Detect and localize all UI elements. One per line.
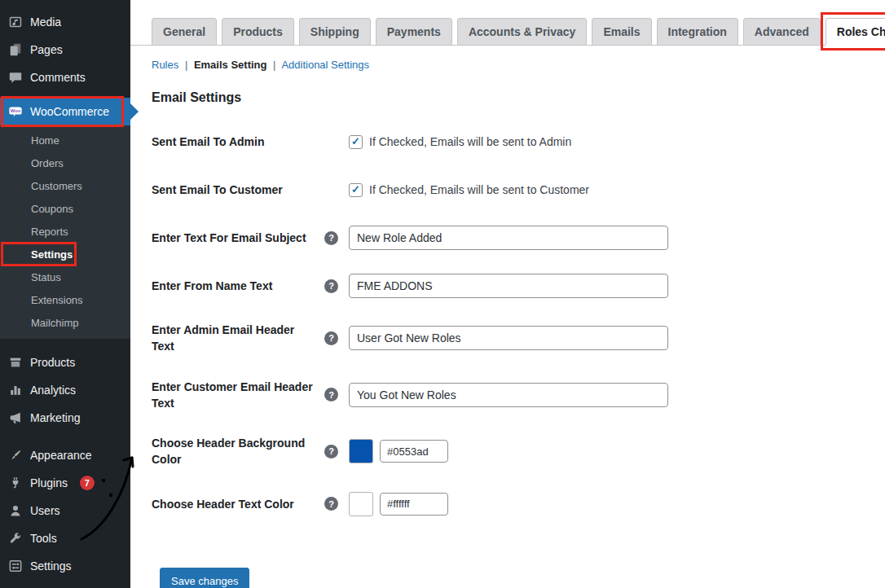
field-label: Enter From Name Text [152, 278, 324, 294]
from-name-input[interactable] [349, 274, 668, 298]
submenu-item-status[interactable]: Status [0, 265, 130, 288]
help-icon[interactable] [324, 497, 338, 511]
header-bg-color-swatch[interactable] [349, 439, 373, 463]
tab-accounts-privacy[interactable]: Accounts & Privacy [457, 18, 588, 46]
tab-label: Integration [668, 25, 727, 38]
submenu-item-coupons[interactable]: Coupons [0, 197, 130, 220]
sidebar-item-label: WooCommerce [30, 105, 109, 118]
submenu-item-settings[interactable]: Settings [0, 243, 130, 265]
sidebar-item-comments[interactable]: Comments [0, 64, 130, 91]
tab-label: Products [233, 25, 283, 38]
submenu-label: Settings [31, 248, 73, 261]
field [346, 274, 885, 298]
help-icon[interactable] [324, 331, 338, 345]
subnav-link-rules[interactable]: Rules [152, 59, 178, 71]
header-text-color-swatch[interactable] [349, 492, 373, 516]
comments-icon [8, 70, 23, 85]
submenu-item-mailchimp[interactable]: Mailchimp [0, 311, 130, 334]
email-subject-input[interactable] [349, 226, 668, 250]
sidebar-item-label: Appearance [30, 449, 92, 462]
sidebar-item-label: Plugins [30, 476, 68, 489]
field-label: Choose Header Text Color [152, 496, 324, 512]
help-icon[interactable] [324, 445, 338, 459]
field [346, 226, 885, 250]
tab-shipping[interactable]: Shipping [299, 18, 371, 46]
field [346, 383, 885, 407]
sidebar-item-products[interactable]: Products [0, 349, 130, 376]
submenu-item-home[interactable]: Home [0, 129, 130, 151]
tools-icon [8, 531, 23, 546]
plugins-icon [8, 476, 23, 490]
tab-integration[interactable]: Integration [657, 18, 738, 46]
sidebar-item-analytics[interactable]: Analytics [0, 376, 130, 404]
help-icon[interactable] [324, 388, 338, 402]
submenu-item-reports[interactable]: Reports [0, 220, 130, 243]
customer-header-text-input[interactable] [349, 383, 668, 407]
subnav-current-emails-setting: Emails Setting [194, 59, 267, 71]
help-icon[interactable] [324, 231, 338, 245]
sidebar-item-label: Media [30, 15, 61, 29]
appearance-icon [8, 448, 23, 463]
header-text-color-input[interactable] [380, 493, 448, 516]
sidebar-item-tools[interactable]: Tools [0, 524, 130, 552]
form-row-sent-email-admin: Sent Email To Admin If Checked, Emails w… [152, 129, 885, 154]
page-title: Email Settings [152, 90, 864, 105]
submenu-label: Extensions [31, 294, 83, 306]
tab-advanced[interactable]: Advanced [743, 18, 821, 46]
woocommerce-icon: Woo [8, 104, 23, 119]
checkbox-description: If Checked, Emails will be sent to Admin [369, 135, 571, 148]
tab-payments[interactable]: Payments [376, 18, 452, 46]
sidebar-item-woocommerce[interactable]: Woo WooCommerce [0, 98, 130, 125]
header-bg-color-input[interactable] [380, 440, 448, 463]
svg-text:Woo: Woo [11, 108, 21, 113]
wordpress-admin-screen: Media Pages Comments Woo WooCommerce Hom… [0, 0, 885, 588]
sidebar-item-marketing[interactable]: Marketing [0, 404, 130, 432]
sidebar-item-plugins[interactable]: Plugins 7 [0, 469, 130, 497]
form-row-sent-email-customer: Sent Email To Customer If Checked, Email… [152, 178, 885, 202]
section-subnav: Rules | Emails Setting | Additional Sett… [152, 59, 864, 71]
sidebar-item-media[interactable]: Media [0, 8, 130, 36]
tab-label: Payments [387, 25, 441, 38]
submenu-label: Reports [31, 226, 68, 238]
admin-header-text-input[interactable] [349, 326, 668, 350]
subnav-link-additional-settings[interactable]: Additional Settings [281, 59, 369, 71]
plugins-update-badge: 7 [80, 476, 95, 490]
tab-products[interactable]: Products [222, 18, 294, 46]
tab-general[interactable]: General [152, 18, 217, 46]
tab-label: Emails [603, 25, 640, 38]
sidebar-item-appearance[interactable]: Appearance [0, 441, 130, 469]
submenu-item-customers[interactable]: Customers [0, 174, 130, 197]
products-icon [8, 355, 23, 370]
field-label: Enter Customer Email Header Text [152, 379, 324, 412]
submenu-label: Home [31, 134, 59, 147]
form-row-customer-header-text: Enter Customer Email Header Text [152, 379, 885, 412]
submenu-label: Mailchimp [31, 317, 79, 329]
customer-email-checkbox[interactable] [349, 183, 363, 197]
main-content: General Products Shipping Payments Accou… [130, 0, 885, 588]
save-changes-button[interactable]: Save changes [160, 568, 249, 588]
sidebar-item-users[interactable]: Users [0, 497, 130, 524]
field: If Checked, Emails will be sent to Custo… [346, 183, 885, 197]
admin-sidebar: Media Pages Comments Woo WooCommerce Hom… [0, 0, 130, 588]
form-row-admin-header-text: Enter Admin Email Header Text [152, 322, 885, 355]
sidebar-item-pages[interactable]: Pages [0, 36, 130, 64]
field-label: Enter Admin Email Header Text [152, 322, 324, 355]
field-label: Sent Email To Customer [152, 182, 324, 198]
field [346, 326, 885, 350]
sidebar-item-settings[interactable]: Settings [0, 552, 130, 580]
tab-label: Shipping [310, 25, 359, 38]
tab-label: Accounts & Privacy [469, 25, 576, 38]
field-label: Enter Text For Email Subject [152, 230, 324, 246]
tab-emails[interactable]: Emails [592, 18, 651, 46]
submenu-item-extensions[interactable]: Extensions [0, 288, 130, 311]
field-label: Sent Email To Admin [152, 134, 324, 150]
submenu-item-orders[interactable]: Orders [0, 151, 130, 174]
admin-email-checkbox[interactable] [349, 135, 363, 149]
submenu-label: Coupons [31, 203, 73, 215]
form-row-from-name: Enter From Name Text [152, 274, 885, 298]
tab-roles-changer[interactable]: Roles Changer [826, 18, 885, 46]
help-icon[interactable] [324, 279, 338, 293]
pages-icon [8, 42, 23, 57]
sidebar-item-label: Settings [30, 559, 72, 573]
field [346, 492, 885, 516]
